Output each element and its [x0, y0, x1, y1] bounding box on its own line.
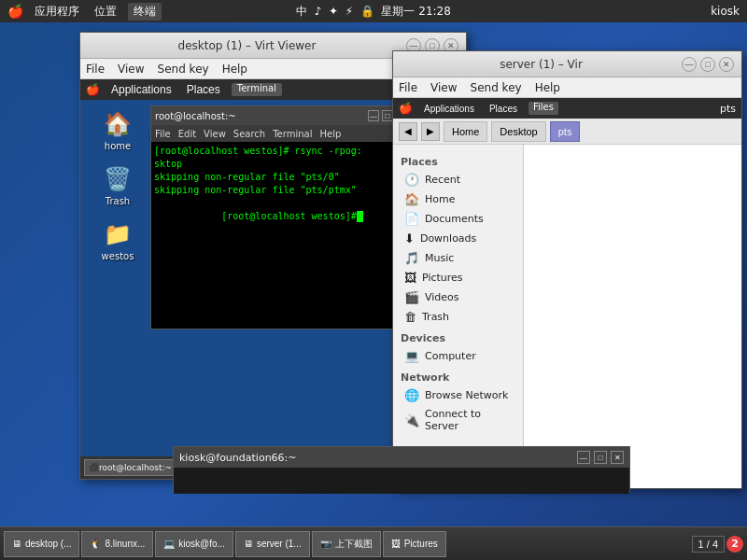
terminal-min-btn[interactable]: — [368, 110, 379, 121]
terminal-title: root@localhost:~ [155, 111, 236, 121]
pictures-icon: 🖼 [404, 271, 416, 285]
center-indicator: 中 ♪ ✦ ⚡ 🔒 星期一 21:28 [296, 5, 451, 18]
inner-taskbar-btn-root[interactable]: ⬛ root@localhost:~ [84, 459, 176, 476]
bottom-terminal-max-btn[interactable]: □ [594, 451, 607, 464]
inner-icons: 🏠 home 🗑️ Trash 📁 westos [90, 107, 146, 273]
terminal-body[interactable]: [root@localhost westos]# rsync -rpog: sk… [151, 142, 411, 329]
terminal-line-4: [root@localhost westos]# [154, 197, 408, 236]
fm-inner-applications-btn[interactable]: Applications [420, 102, 478, 115]
fm-addressbar: ◀ ▶ Home Desktop pts [393, 119, 741, 145]
system-bar: 🍎 应用程序 位置 终端 中 ♪ ✦ ⚡ 🔒 星期一 21:28 kiosk [0, 0, 747, 22]
pictures-taskbar-icon: 🖼 [391, 539, 401, 549]
fm-menu-help[interactable]: Help [535, 81, 560, 94]
term-menu-search[interactable]: Search [233, 129, 265, 139]
taskbar-right: 1 / 4 2 [692, 536, 743, 553]
trash-icon: 🗑️ [101, 162, 134, 196]
fm-sidebar-documents-label: Documents [425, 213, 484, 225]
virt-window-2-controls: — □ ✕ [682, 57, 734, 72]
kiosk-label: kiosk [711, 5, 740, 18]
fm-nav-forward-btn[interactable]: ▶ [421, 122, 440, 141]
home-icon: 🏠 [404, 192, 419, 206]
page-indicator-btn[interactable]: 1 / 4 [692, 536, 725, 553]
taskbar-btn-desktop[interactable]: 🖥 desktop (... [4, 531, 79, 557]
menu-help[interactable]: Help [222, 63, 247, 76]
taskbar-btn-server-label: server (1... [257, 539, 302, 549]
fm-nav-back-btn[interactable]: ◀ [399, 122, 417, 141]
terminal-line-2: skipping non-regular file "pts/0" [154, 171, 408, 184]
inner-places-btn[interactable]: Places [183, 83, 224, 96]
fm-menu-view[interactable]: View [430, 81, 457, 94]
fm-sidebar-computer[interactable]: 💻 Computer [393, 346, 523, 366]
fm-sidebar-videos[interactable]: 🎬 Videos [393, 287, 523, 307]
fm-sidebar-documents[interactable]: 📄 Documents [393, 209, 523, 229]
fm-sidebar-connect-server[interactable]: 🔌 Connect to Server [393, 405, 523, 435]
bottom-terminal-body[interactable] [174, 468, 629, 494]
fm-sidebar-music-label: Music [425, 252, 454, 264]
kiosk-taskbar-icon: 💻 [163, 539, 175, 549]
computer-icon: 💻 [404, 349, 419, 363]
inner-taskbar-terminal-icon: ⬛ [89, 463, 99, 472]
connect-server-icon: 🔌 [404, 413, 419, 427]
fm-sidebar-downloads[interactable]: ⬇ Downloads [393, 229, 523, 248]
apple-logo-icon: 🍎 [7, 4, 23, 19]
fm-inner-files-label: Files [529, 102, 558, 115]
app-menu-btn[interactable]: 应用程序 [31, 4, 83, 20]
downloads-icon: ⬇ [404, 231, 415, 245]
taskbar-btn-server[interactable]: 🖥 server (1... [235, 531, 310, 557]
bottom-terminal-min-btn[interactable]: — [577, 451, 590, 464]
page-num-badge: 2 [726, 536, 743, 553]
inner-icon-trash[interactable]: 🗑️ Trash [90, 162, 146, 206]
fm-menu-file[interactable]: File [399, 81, 417, 94]
fm-breadcrumb-home[interactable]: Home [444, 121, 487, 142]
fm-sidebar-browse-network[interactable]: 🌐 Browse Network [393, 385, 523, 405]
term-menu-edit[interactable]: Edit [178, 129, 196, 139]
menu-view[interactable]: View [118, 63, 144, 76]
home-folder-icon: 🏠 [101, 107, 134, 141]
menu-sendkey[interactable]: Send key [158, 63, 209, 76]
term-menu-help[interactable]: Help [319, 129, 341, 139]
virt-window-2-title: server (1) – Vir [401, 58, 682, 71]
sys-bar-center: 中 ♪ ✦ ⚡ 🔒 星期一 21:28 [296, 4, 451, 20]
terminal-label: 终端 [128, 3, 162, 21]
menu-file[interactable]: File [86, 63, 105, 76]
fm-content [524, 145, 741, 488]
fm-sidebar-home[interactable]: 🏠 Home [393, 189, 523, 209]
taskbar-btn-screenshot-label: 上下截图 [335, 538, 373, 551]
inner-applications-btn[interactable]: Applications [107, 83, 176, 96]
virt-window-2-titlebar[interactable]: server (1) – Vir — □ ✕ [393, 51, 741, 77]
virt-window-2-close-btn[interactable]: ✕ [719, 57, 734, 72]
fm-sidebar-recent[interactable]: 🕐 Recent [393, 170, 523, 189]
fm-breadcrumb-pts[interactable]: pts [550, 121, 581, 142]
taskbar-btn-linux[interactable]: 🐧 8.linunx... [81, 531, 153, 557]
fm-sidebar-pictures[interactable]: 🖼 Pictures [393, 268, 523, 287]
term-menu-terminal[interactable]: Terminal [273, 129, 312, 139]
fm-sidebar-computer-label: Computer [425, 350, 476, 362]
fm-sidebar-pictures-label: Pictures [422, 272, 463, 284]
fm-sidebar-trash[interactable]: 🗑 Trash [393, 307, 523, 327]
inner-icon-home[interactable]: 🏠 home [90, 107, 146, 151]
fm-menu-sendkey[interactable]: Send key [471, 81, 522, 94]
position-menu-btn[interactable]: 位置 [91, 4, 120, 20]
screenshot-taskbar-icon: 📷 [320, 539, 331, 549]
terminal-titlebar[interactable]: root@localhost:~ — □ ✕ [151, 106, 411, 125]
inner-icon-westos[interactable]: 📁 westos [90, 217, 146, 261]
virt-window-2-min-btn[interactable]: — [682, 57, 697, 72]
fm-sidebar: Places 🕐 Recent 🏠 Home 📄 Documents ⬇ [393, 145, 524, 488]
bottom-terminal-controls: — □ ✕ [577, 451, 624, 464]
recent-icon: 🕐 [404, 173, 419, 187]
bottom-terminal-close-btn[interactable]: ✕ [611, 451, 624, 464]
fm-sidebar-connect-label: Connect to Server [425, 408, 512, 432]
term-menu-file[interactable]: File [155, 129, 171, 139]
terminal-line-1: sktop [154, 158, 408, 171]
fm-sidebar-music[interactable]: 🎵 Music [393, 248, 523, 268]
inner-terminal-label: Terminal [232, 83, 282, 96]
taskbar-btn-kiosk[interactable]: 💻 kiosk@fo... [155, 531, 233, 557]
fm-inner-places-btn[interactable]: Places [486, 102, 521, 115]
taskbar-btn-pictures[interactable]: 🖼 Pictures [383, 531, 446, 557]
virt-window-2-max-btn[interactable]: □ [700, 57, 715, 72]
bottom-terminal-titlebar[interactable]: kiosk@foundation66:~ — □ ✕ [174, 447, 629, 468]
taskbar-btn-screenshot[interactable]: 📷 上下截图 [312, 531, 381, 557]
fm-breadcrumb-desktop[interactable]: Desktop [491, 121, 545, 142]
fm-sidebar-videos-label: Videos [425, 291, 459, 303]
term-menu-view[interactable]: View [204, 129, 226, 139]
